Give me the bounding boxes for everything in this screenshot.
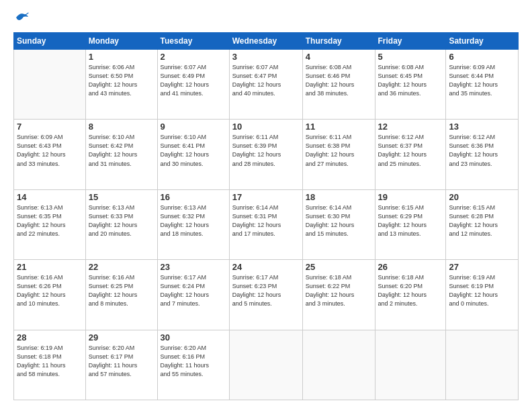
calendar-cell: 18Sunrise: 6:14 AM Sunset: 6:30 PM Dayli…: [302, 189, 375, 259]
day-info: Sunrise: 6:11 AM Sunset: 6:38 PM Dayligh…: [306, 133, 372, 168]
day-info: Sunrise: 6:13 AM Sunset: 6:35 PM Dayligh…: [17, 203, 83, 238]
day-number: 1: [89, 52, 154, 62]
calendar-week-5: 28Sunrise: 6:19 AM Sunset: 6:18 PM Dayli…: [14, 330, 519, 400]
day-number: 8: [89, 122, 154, 132]
calendar-cell: 29Sunrise: 6:20 AM Sunset: 6:17 PM Dayli…: [85, 330, 157, 400]
day-info: Sunrise: 6:20 AM Sunset: 6:17 PM Dayligh…: [89, 344, 154, 379]
day-info: Sunrise: 6:07 AM Sunset: 6:49 PM Dayligh…: [161, 63, 226, 98]
calendar-cell: 12Sunrise: 6:12 AM Sunset: 6:37 PM Dayli…: [375, 120, 446, 189]
day-info: Sunrise: 6:15 AM Sunset: 6:28 PM Dayligh…: [449, 203, 515, 238]
calendar-cell: [446, 330, 519, 400]
calendar-cell: 2Sunrise: 6:07 AM Sunset: 6:49 PM Daylig…: [157, 50, 229, 120]
calendar-header-wednesday: Wednesday: [229, 33, 302, 50]
day-info: Sunrise: 6:20 AM Sunset: 6:16 PM Dayligh…: [161, 344, 226, 379]
day-number: 29: [89, 332, 154, 342]
calendar-cell: 22Sunrise: 6:16 AM Sunset: 6:25 PM Dayli…: [85, 260, 157, 330]
day-number: 7: [17, 122, 83, 132]
header: [13, 11, 519, 26]
day-number: 12: [378, 122, 443, 132]
day-info: Sunrise: 6:11 AM Sunset: 6:39 PM Dayligh…: [232, 133, 300, 168]
day-info: Sunrise: 6:10 AM Sunset: 6:42 PM Dayligh…: [89, 133, 154, 168]
day-info: Sunrise: 6:09 AM Sunset: 6:43 PM Dayligh…: [17, 133, 83, 168]
day-number: 21: [17, 262, 83, 272]
day-info: Sunrise: 6:19 AM Sunset: 6:19 PM Dayligh…: [449, 273, 515, 308]
day-info: Sunrise: 6:13 AM Sunset: 6:32 PM Dayligh…: [161, 203, 226, 238]
day-info: Sunrise: 6:07 AM Sunset: 6:47 PM Dayligh…: [232, 63, 300, 98]
day-number: 20: [449, 192, 515, 202]
day-number: 10: [232, 122, 300, 132]
day-info: Sunrise: 6:14 AM Sunset: 6:31 PM Dayligh…: [232, 203, 300, 238]
calendar-table: SundayMondayTuesdayWednesdayThursdayFrid…: [13, 32, 519, 400]
calendar-cell: 14Sunrise: 6:13 AM Sunset: 6:35 PM Dayli…: [14, 189, 86, 259]
calendar-cell: 4Sunrise: 6:08 AM Sunset: 6:46 PM Daylig…: [302, 50, 375, 120]
day-info: Sunrise: 6:08 AM Sunset: 6:45 PM Dayligh…: [378, 63, 443, 98]
calendar-cell: 1Sunrise: 6:06 AM Sunset: 6:50 PM Daylig…: [85, 50, 157, 120]
day-number: 18: [306, 192, 372, 202]
day-info: Sunrise: 6:10 AM Sunset: 6:41 PM Dayligh…: [161, 133, 226, 168]
calendar-cell: [229, 330, 302, 400]
calendar-cell: 19Sunrise: 6:15 AM Sunset: 6:29 PM Dayli…: [375, 189, 446, 259]
day-number: 5: [378, 52, 443, 62]
day-info: Sunrise: 6:18 AM Sunset: 6:22 PM Dayligh…: [306, 273, 372, 308]
calendar-cell: [375, 330, 446, 400]
calendar-cell: 15Sunrise: 6:13 AM Sunset: 6:33 PM Dayli…: [85, 189, 157, 259]
day-info: Sunrise: 6:13 AM Sunset: 6:33 PM Dayligh…: [89, 203, 154, 238]
calendar-cell: 16Sunrise: 6:13 AM Sunset: 6:32 PM Dayli…: [157, 189, 229, 259]
calendar-cell: 30Sunrise: 6:20 AM Sunset: 6:16 PM Dayli…: [157, 330, 229, 400]
day-number: 27: [449, 262, 515, 272]
calendar-week-3: 14Sunrise: 6:13 AM Sunset: 6:35 PM Dayli…: [14, 189, 519, 259]
day-number: 11: [306, 122, 372, 132]
day-number: 2: [161, 52, 226, 62]
day-number: 28: [17, 332, 83, 342]
day-info: Sunrise: 6:18 AM Sunset: 6:20 PM Dayligh…: [378, 273, 443, 308]
calendar-cell: 11Sunrise: 6:11 AM Sunset: 6:38 PM Dayli…: [302, 120, 375, 189]
day-number: 17: [232, 192, 300, 202]
day-number: 23: [161, 262, 226, 272]
logo-bird-icon: [15, 11, 30, 26]
day-number: 24: [232, 262, 300, 272]
calendar-cell: 3Sunrise: 6:07 AM Sunset: 6:47 PM Daylig…: [229, 50, 302, 120]
day-info: Sunrise: 6:19 AM Sunset: 6:18 PM Dayligh…: [17, 344, 83, 379]
day-info: Sunrise: 6:09 AM Sunset: 6:44 PM Dayligh…: [449, 63, 515, 98]
calendar-cell: 17Sunrise: 6:14 AM Sunset: 6:31 PM Dayli…: [229, 189, 302, 259]
calendar-header-saturday: Saturday: [446, 33, 519, 50]
calendar-header-sunday: Sunday: [14, 33, 86, 50]
day-info: Sunrise: 6:06 AM Sunset: 6:50 PM Dayligh…: [89, 63, 154, 98]
calendar-cell: 8Sunrise: 6:10 AM Sunset: 6:42 PM Daylig…: [85, 120, 157, 189]
day-info: Sunrise: 6:12 AM Sunset: 6:36 PM Dayligh…: [449, 133, 515, 168]
day-info: Sunrise: 6:12 AM Sunset: 6:37 PM Dayligh…: [378, 133, 443, 168]
day-number: 16: [161, 192, 226, 202]
calendar-cell: 9Sunrise: 6:10 AM Sunset: 6:41 PM Daylig…: [157, 120, 229, 189]
calendar-cell: [14, 50, 86, 120]
logo: [13, 11, 30, 26]
day-info: Sunrise: 6:16 AM Sunset: 6:26 PM Dayligh…: [17, 273, 83, 308]
calendar-cell: 24Sunrise: 6:17 AM Sunset: 6:23 PM Dayli…: [229, 260, 302, 330]
day-number: 13: [449, 122, 515, 132]
day-info: Sunrise: 6:17 AM Sunset: 6:24 PM Dayligh…: [161, 273, 226, 308]
calendar-cell: [302, 330, 375, 400]
calendar-header-monday: Monday: [85, 33, 157, 50]
day-info: Sunrise: 6:17 AM Sunset: 6:23 PM Dayligh…: [232, 273, 300, 308]
day-number: 4: [306, 52, 372, 62]
calendar-header-tuesday: Tuesday: [157, 33, 229, 50]
page: SundayMondayTuesdayWednesdayThursdayFrid…: [0, 0, 532, 411]
calendar-header-friday: Friday: [375, 33, 446, 50]
day-info: Sunrise: 6:08 AM Sunset: 6:46 PM Dayligh…: [306, 63, 372, 98]
calendar-week-4: 21Sunrise: 6:16 AM Sunset: 6:26 PM Dayli…: [14, 260, 519, 330]
day-number: 6: [449, 52, 515, 62]
day-number: 3: [232, 52, 300, 62]
calendar-cell: 21Sunrise: 6:16 AM Sunset: 6:26 PM Dayli…: [14, 260, 86, 330]
calendar-cell: 5Sunrise: 6:08 AM Sunset: 6:45 PM Daylig…: [375, 50, 446, 120]
calendar-cell: 26Sunrise: 6:18 AM Sunset: 6:20 PM Dayli…: [375, 260, 446, 330]
calendar-week-1: 1Sunrise: 6:06 AM Sunset: 6:50 PM Daylig…: [14, 50, 519, 120]
calendar-week-2: 7Sunrise: 6:09 AM Sunset: 6:43 PM Daylig…: [14, 120, 519, 189]
day-number: 14: [17, 192, 83, 202]
day-info: Sunrise: 6:14 AM Sunset: 6:30 PM Dayligh…: [306, 203, 372, 238]
day-number: 25: [306, 262, 372, 272]
day-number: 15: [89, 192, 154, 202]
calendar-header-row: SundayMondayTuesdayWednesdayThursdayFrid…: [14, 33, 519, 50]
calendar-cell: 7Sunrise: 6:09 AM Sunset: 6:43 PM Daylig…: [14, 120, 86, 189]
day-number: 9: [161, 122, 226, 132]
calendar-cell: 13Sunrise: 6:12 AM Sunset: 6:36 PM Dayli…: [446, 120, 519, 189]
day-info: Sunrise: 6:16 AM Sunset: 6:25 PM Dayligh…: [89, 273, 154, 308]
